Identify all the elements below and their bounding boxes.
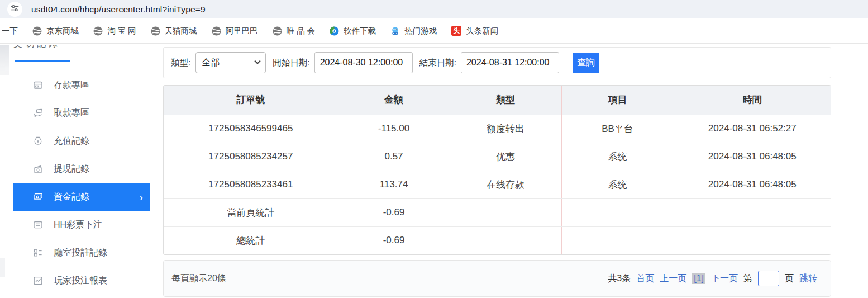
cell-item: 系统 [561,143,674,171]
address-bar-url[interactable]: usdt04.com/hhcp/usercenter.html?iniType=… [31,0,206,18]
jump-suffix-text: 页 [785,273,794,285]
cell-empty [561,226,674,254]
chevron-right-icon: › [140,192,143,202]
table-row: 1725058346599465 -115.00 额度转出 BB平台 2024-… [164,115,831,143]
deposit-card-icon [32,79,44,91]
column-header-time: 時間 [674,86,831,115]
bookmark-label: 京东商城 [46,26,79,36]
browser-toolbar: usdt04.com/hhcp/usercenter.html?iniType=… [0,0,868,18]
sidebar-item-label: 充值記錄 [54,135,89,147]
sidebar-item-withdraw-zone[interactable]: 取款專區 [13,99,150,127]
bookmark-alibaba[interactable]: 阿里巴巴 [212,26,258,36]
table-header-row: 訂單號 金額 類型 項目 時間 [164,86,831,115]
page-size-text: 每頁顯示20條 [171,273,226,285]
bookmark-label: 头条新闻 [466,26,498,36]
sidebar-item-label: 廳室投註記錄 [54,247,107,259]
sidebar-item-hall-bet-records[interactable]: 廳室投註記錄 [13,239,150,267]
cell-summary-label: 當前頁統計 [164,198,338,226]
bookmark-label: 软件下载 [344,26,376,36]
table-row-grand-total: 總統計 -0.69 [164,226,831,254]
cell-empty [561,198,674,226]
list-card-icon [32,219,44,230]
page-number-input[interactable] [758,271,779,286]
cell-order-no: 1725058346599465 [164,115,338,143]
chart-report-icon [32,275,44,286]
table-row: 1725058085233461 113.74 在线存款 系统 2024-08-… [164,171,831,198]
cell-order-no: 1725058085233461 [164,171,338,198]
cell-amount: -0.69 [338,198,450,226]
bookmark-software[interactable]: 软件下载 [330,26,376,36]
bookmark-jd[interactable]: 京东商城 [32,26,79,36]
total-count-text: 共3条 [608,273,631,285]
type-filter-label: 類型: [171,57,190,69]
hand-cash-icon [32,107,44,119]
cell-type: 优惠 [450,143,561,171]
sidebar-item-recharge-records[interactable]: 充值記錄 [13,127,150,155]
banknotes-icon [32,191,44,202]
bookmark-toutiao[interactable]: 头 头条新闻 [451,26,498,36]
cell-item: 系统 [561,171,674,198]
sidebar-menu: 存款專區 取款專區 充值記錄 [13,71,150,295]
sidebar-item-deposit-zone[interactable]: 存款專區 [13,71,150,99]
money-bag-icon [32,135,44,146]
cell-type: 额度转出 [450,115,561,143]
cell-empty [674,198,831,226]
site-info-button[interactable] [7,2,22,17]
table-row: 1725058085234257 0.57 优惠 系统 2024-08-31 0… [164,143,831,171]
globe-icon [212,26,221,36]
cell-order-no: 1725058085234257 [164,143,338,171]
bookmark-taobao[interactable]: 淘 宝 网 [93,26,136,36]
bookmark-games[interactable]: 热门游戏 [390,26,437,36]
cell-empty [674,226,831,254]
filter-bar: 類型: 全部 開始日期: 結束日期: 查詢 [163,47,831,78]
bookmark-label: 天猫商城 [165,26,197,36]
globe-icon [273,26,282,36]
bookmark-label: 热门游戏 [404,26,437,36]
sidebar-item-label: 資金記錄 [54,191,89,203]
records-table: 訂單號 金額 類型 項目 時間 1725058346599465 -115.00… [163,85,831,255]
jump-button[interactable]: 跳转 [799,273,817,285]
toutiao-icon: 头 [451,26,461,36]
cell-time: 2024-08-31 06:52:27 [674,115,831,143]
table-row-page-total: 當前頁統計 -0.69 [164,198,831,226]
sidebar-item-player-bet-report[interactable]: 玩家投注報表 [13,267,150,295]
end-date-input[interactable] [461,52,559,73]
globe-icon [32,26,42,36]
cell-summary-label: 總統計 [164,226,338,254]
page-edge-artifact [0,45,9,75]
cell-time: 2024-08-31 06:48:05 [674,171,831,198]
sidebar-item-funds-records[interactable]: 資金記錄 › [13,183,150,211]
bookmark-vip[interactable]: 唯 品 会 [273,26,316,36]
cell-empty [450,226,561,254]
next-page-link[interactable]: 下一页 [711,273,738,285]
start-date-input[interactable] [314,52,413,73]
bookmark-label: 淘 宝 网 [107,26,136,36]
prev-page-link[interactable]: 上一页 [660,273,686,285]
bookmark-tmall[interactable]: 天猫商城 [151,26,197,36]
tune-icon [11,4,19,15]
current-page-indicator[interactable]: [1] [692,273,705,284]
pagination-bar: 每頁顯示20條 共3条 首页 上一页 [1] 下一页 第 页 跳转 [163,260,831,297]
bookmark-clipped[interactable]: 一下 [2,26,18,36]
bookmark-label: 唯 品 会 [287,26,316,36]
sidebar-item-label: 取款專區 [54,107,89,119]
cell-type: 在线存款 [450,171,561,198]
bookmarks-bar: 一下 京东商城 淘 宝 网 天猫商城 阿里巴巴 唯 品 会 软件下载 [0,18,868,44]
type-select[interactable]: 全部 [195,52,266,73]
type-select-value: 全部 [202,57,220,69]
cell-amount: -0.69 [338,226,450,254]
chevron-down-icon [255,58,261,64]
first-page-link[interactable]: 首页 [636,273,654,285]
globe-icon [93,26,103,36]
pagination-controls: 共3条 首页 上一页 [1] 下一页 第 页 跳转 [608,271,817,286]
cell-item: BB平台 [561,115,674,143]
sidebar-item-withdrawal-records[interactable]: 提現記錄 [13,155,150,183]
sidebar-item-label: HH彩票下注 [54,219,102,231]
cell-amount: 113.74 [338,171,450,198]
software-icon [330,26,339,36]
column-header-item: 項目 [561,86,674,115]
sidebar-item-hh-lottery-bets[interactable]: HH彩票下注 [13,211,150,239]
end-date-label: 結束日期: [419,57,456,69]
cell-empty [450,198,561,226]
search-button[interactable]: 查詢 [573,53,599,73]
